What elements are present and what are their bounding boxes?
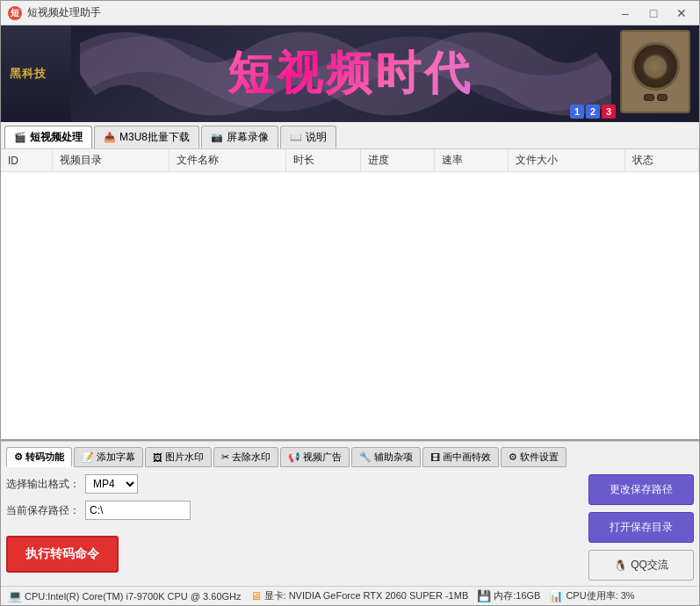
radio-knob-2: [657, 94, 668, 101]
bottom-tab-watermark-img[interactable]: 🖼 图片水印: [145, 447, 212, 467]
bottom-tab-assistant[interactable]: 🔧 辅助杂项: [351, 447, 421, 467]
qq-label: QQ交流: [631, 558, 668, 573]
radio-knob-1: [644, 94, 654, 101]
mem-status: 💾 内存:16GB: [477, 589, 540, 602]
transcode-label: 转码功能: [25, 451, 64, 464]
subtitle-icon: 📝: [82, 451, 94, 463]
close-button[interactable]: ✕: [671, 5, 692, 21]
cpu-text: CPU:Intel(R) Core(TM) i7-9700K CPU @ 3.6…: [25, 591, 242, 602]
col-duration: 时长: [286, 149, 360, 172]
tab-video[interactable]: 🎬 短视频处理: [4, 126, 92, 148]
video-tab-label: 短视频处理: [30, 130, 83, 145]
banner-num-2: 2: [586, 105, 600, 119]
watermark-img-icon: 🖼: [153, 452, 162, 463]
open-path-button[interactable]: 打开保存目录: [588, 512, 694, 543]
tab-screen[interactable]: 📷 屏幕录像: [201, 126, 278, 148]
window-controls: – □ ✕: [615, 5, 692, 21]
help-tab-icon: 📖: [290, 132, 302, 144]
remove-wm-label: 去除水印: [232, 451, 271, 464]
format-select[interactable]: MP4 AVI MKV MOV FLV WMV: [85, 474, 138, 494]
bottom-tab-subtitle[interactable]: 📝 添加字幕: [74, 447, 143, 467]
help-tab-label: 说明: [306, 130, 327, 145]
screen-tab-label: 屏幕录像: [227, 130, 269, 145]
tab-m3u8[interactable]: 📥 M3U8批量下载: [94, 126, 199, 148]
bottom-right: 更改保存路径 打开保存目录 🐧 QQ交流: [588, 474, 694, 581]
path-row: 当前保存路径：: [6, 501, 580, 520]
col-progress: 进度: [360, 149, 434, 172]
assistant-icon: 🔧: [359, 451, 372, 463]
table-header-row: ID 视频目录 文件名称 时长 进度 速率 文件大小 状态: [1, 149, 699, 172]
gpu-icon: 🖥: [250, 589, 262, 602]
banner-numbers: 1 2 3: [570, 105, 616, 119]
qq-button[interactable]: 🐧 QQ交流: [588, 550, 694, 581]
radio-speaker: [631, 42, 680, 90]
data-table: ID 视频目录 文件名称 时长 进度 速率 文件大小 状态: [1, 149, 699, 172]
bottom-section: ⚙ 转码功能 📝 添加字幕 🖼 图片水印 ✂ 去除水印 📢 视频广告: [1, 441, 699, 586]
transcode-icon: ⚙: [14, 451, 23, 463]
usage-text: CPU使用率: 3%: [566, 589, 634, 602]
screen-tab-icon: 📷: [211, 132, 223, 144]
video-tab-icon: 🎬: [14, 132, 26, 144]
toolbar: 🎬 短视频处理 📥 M3U8批量下载 📷 屏幕录像 📖 说明: [1, 122, 699, 149]
bottom-tabs: ⚙ 转码功能 📝 添加字幕 🖼 图片水印 ✂ 去除水印 📢 视频广告: [6, 447, 694, 467]
video-ad-icon: 📢: [288, 451, 300, 463]
path-label: 当前保存路径：: [6, 503, 80, 518]
qq-icon: 🐧: [614, 559, 627, 572]
status-bar: 💻 CPU:Intel(R) Core(TM) i7-9700K CPU @ 3…: [1, 586, 699, 605]
col-dir: 视频目录: [52, 149, 169, 172]
cpu-icon: 💻: [8, 589, 22, 602]
table-area: ID 视频目录 文件名称 时长 进度 速率 文件大小 状态: [1, 149, 699, 441]
bottom-tab-pip[interactable]: 🎞 画中画特效: [422, 447, 499, 467]
maximize-button[interactable]: □: [643, 5, 664, 21]
cpu-status: 💻 CPU:Intel(R) Core(TM) i7-9700K CPU @ 3…: [8, 589, 242, 602]
bottom-tab-video-ad[interactable]: 📢 视频广告: [280, 447, 350, 467]
execute-button[interactable]: 执行转码命令: [6, 536, 119, 573]
radio-dial: [644, 94, 668, 101]
pip-icon: 🎞: [430, 452, 440, 463]
radio-speaker-inner: [642, 54, 668, 80]
mem-icon: 💾: [477, 589, 491, 602]
format-label: 选择输出格式：: [6, 477, 80, 492]
app-icon: 短: [8, 6, 22, 20]
remove-wm-icon: ✂: [221, 451, 229, 463]
settings-icon: ⚙: [509, 451, 517, 463]
assistant-label: 辅助杂项: [374, 451, 413, 464]
tab-help[interactable]: 📖 说明: [280, 126, 336, 148]
format-row: 选择输出格式： MP4 AVI MKV MOV FLV WMV: [6, 474, 580, 494]
subtitle-label: 添加字幕: [97, 451, 135, 464]
m3u8-tab-icon: 📥: [104, 132, 116, 144]
col-speed: 速率: [434, 149, 508, 172]
title-bar: 短 短视频处理助手 – □ ✕: [1, 1, 699, 25]
bottom-tab-settings[interactable]: ⚙ 软件设置: [501, 447, 566, 467]
banner-num-3: 3: [602, 105, 616, 119]
watermark-img-label: 图片水印: [165, 451, 204, 464]
bottom-tab-transcode[interactable]: ⚙ 转码功能: [6, 447, 72, 467]
gpu-status: 🖥 显卡: NVIDIA GeForce RTX 2060 SUPER -1MB: [250, 589, 469, 602]
gpu-text: 显卡: NVIDIA GeForce RTX 2060 SUPER -1MB: [264, 589, 469, 602]
window-title: 短视频处理助手: [27, 5, 615, 20]
minimize-button[interactable]: –: [615, 5, 636, 21]
banner-main-title: 短视频时代: [227, 43, 473, 105]
content-wrapper: 🎬 短视频处理 📥 M3U8批量下载 📷 屏幕录像 📖 说明 ID: [1, 122, 699, 586]
bottom-left: 选择输出格式： MP4 AVI MKV MOV FLV WMV 当前保存路径：: [6, 474, 580, 581]
banner-num-1: 1: [570, 105, 584, 119]
bottom-content: 选择输出格式： MP4 AVI MKV MOV FLV WMV 当前保存路径：: [6, 474, 694, 581]
video-ad-label: 视频广告: [303, 451, 342, 464]
settings-label: 软件设置: [520, 451, 559, 464]
banner-radio: [620, 30, 690, 113]
usage-status: 📊 CPU使用率: 3%: [549, 589, 634, 602]
bottom-tab-remove-wm[interactable]: ✂ 去除水印: [213, 447, 278, 467]
path-input[interactable]: [85, 501, 191, 520]
mem-text: 内存:16GB: [494, 589, 540, 602]
usage-icon: 📊: [549, 589, 563, 602]
m3u8-tab-label: M3U8批量下载: [119, 130, 190, 145]
col-name: 文件名称: [170, 149, 286, 172]
main-window: 短 短视频处理助手 – □ ✕ 黑科技 短视频时代: [0, 0, 700, 606]
banner: 黑科技 短视频时代 1 2 3: [1, 25, 699, 122]
change-path-button[interactable]: 更改保存路径: [588, 474, 694, 505]
banner-subtitle: 黑科技: [10, 66, 47, 82]
col-size: 文件大小: [508, 149, 624, 172]
pip-label: 画中画特效: [443, 451, 491, 464]
col-status: 状态: [624, 149, 698, 172]
col-id: ID: [1, 149, 52, 172]
